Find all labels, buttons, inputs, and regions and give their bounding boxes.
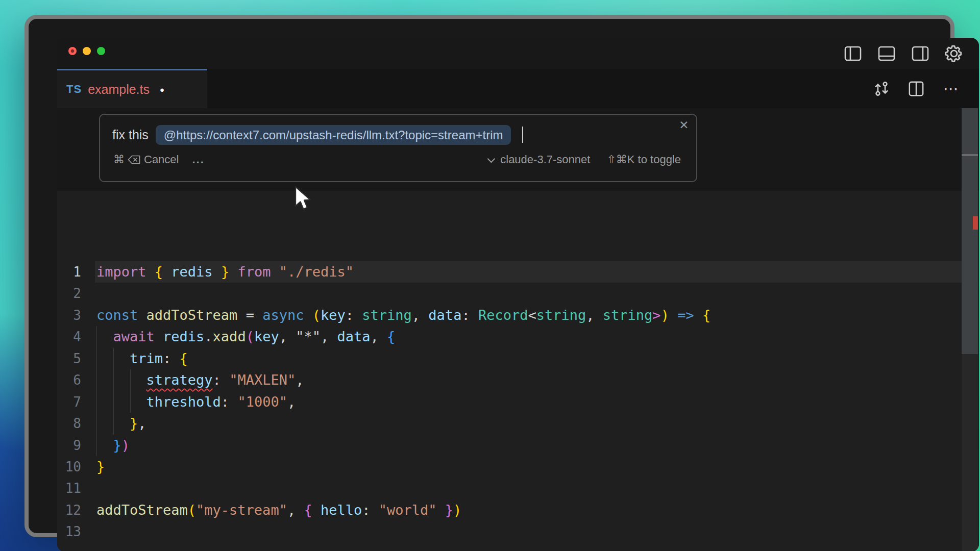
prompt-toolbar-row: ⌘ Cancel ... claude-3.7-sonnet ⇧⌘K [113, 153, 681, 166]
error-overview-marker [973, 216, 978, 230]
zoom-window-button[interactable] [97, 47, 105, 55]
model-name: claude-3.7-sonnet [500, 153, 590, 166]
tab-title: example.ts [88, 82, 150, 97]
cancel-button[interactable]: ⌘ Cancel [113, 153, 179, 166]
toggle-right-panel-icon[interactable] [911, 44, 930, 63]
line-number: 10 [57, 456, 81, 478]
code-line[interactable]: await redis.xadd(key, "*", data, { [96, 326, 944, 347]
desktop: TS example.ts ● ⋯ [0, 0, 980, 551]
more-options-button[interactable]: ... [192, 153, 204, 166]
compare-changes-icon[interactable] [872, 79, 891, 98]
prompt-input-row[interactable]: fix this @https://context7.com/upstash-r… [112, 123, 696, 146]
split-editor-icon[interactable] [906, 79, 926, 98]
line-number: 4 [57, 326, 81, 347]
ellipsis-glyph: ⋯ [943, 80, 959, 97]
code-line[interactable]: const addToStream = async (key: string, … [96, 305, 944, 326]
line-number: 1 [57, 261, 81, 283]
code-line[interactable] [96, 283, 944, 304]
window-content: TS example.ts ● ⋯ [57, 38, 979, 551]
code-line[interactable]: import { redis } from "./redis" [96, 261, 944, 283]
close-window-button[interactable] [68, 47, 77, 55]
tabbar: TS example.ts ● ⋯ [57, 69, 979, 108]
code-line[interactable]: threshold: "1000", [96, 391, 944, 413]
cmd-key-glyph: ⌘ [113, 153, 125, 166]
settings-gear-icon[interactable] [944, 44, 964, 63]
scrollbar-track[interactable] [962, 108, 978, 551]
context-url-chip[interactable]: @https://context7.com/upstash-redis/llm.… [156, 125, 511, 145]
toggle-bottom-panel-icon[interactable] [877, 44, 896, 63]
code-line[interactable]: strategy: "MAXLEN", [96, 369, 944, 391]
backspace-icon [128, 155, 141, 165]
line-number: 8 [57, 413, 81, 434]
line-number: 5 [57, 348, 81, 369]
line-number: 2 [57, 283, 81, 304]
tab-example-ts[interactable]: TS example.ts ● [57, 69, 207, 108]
mouse-pointer-icon [293, 186, 314, 212]
cancel-label: Cancel [144, 153, 179, 166]
line-number: 3 [57, 305, 81, 326]
code-editor: 12345678910111213 import { redis } from … [57, 108, 979, 551]
code-line[interactable]: }) [96, 435, 944, 456]
typescript-file-icon: TS [66, 83, 82, 96]
prompt-text: fix this [112, 128, 149, 142]
line-number: 9 [57, 435, 81, 456]
traffic-lights [68, 47, 105, 55]
minimize-window-button[interactable] [83, 47, 91, 55]
scrollbar-top-marker [962, 154, 978, 156]
text-caret [522, 127, 523, 143]
code-line[interactable]: addToStream("my-stream", { hello: "world… [96, 499, 944, 521]
inline-chat-widget[interactable]: ✕ fix this @https://context7.com/upstash… [99, 114, 697, 182]
code-line[interactable]: trim: { [96, 348, 944, 369]
titlebar [57, 38, 979, 69]
prompt-right-actions: claude-3.7-sonnet ⇧⌘K to toggle [489, 153, 681, 166]
line-number: 7 [57, 391, 81, 413]
code-line[interactable]: }, [96, 413, 944, 434]
code-line[interactable]: } [96, 456, 944, 478]
line-number: 6 [57, 369, 81, 391]
chevron-down-icon [487, 155, 496, 163]
toggle-shortcut-hint: ⇧⌘K to toggle [606, 153, 681, 166]
line-number: 11 [57, 478, 81, 499]
scrollbar-thumb[interactable] [962, 108, 978, 354]
more-actions-icon[interactable]: ⋯ [941, 79, 961, 98]
editor-actions: ⋯ [872, 69, 961, 108]
line-number: 12 [57, 499, 81, 521]
model-selector[interactable]: claude-3.7-sonnet [489, 153, 590, 166]
editor-window: TS example.ts ● ⋯ [24, 15, 954, 537]
line-number: 13 [57, 521, 81, 542]
line-number-gutter: 12345678910111213 [57, 261, 81, 543]
code-content[interactable]: import { redis } from "./redis"const add… [96, 261, 944, 543]
code-line[interactable] [96, 478, 944, 499]
code-line[interactable] [96, 521, 944, 542]
modified-dot-icon: ● [160, 85, 164, 94]
titlebar-actions [843, 38, 964, 69]
toggle-left-panel-icon[interactable] [843, 44, 863, 63]
prompt-left-actions: ⌘ Cancel ... [113, 153, 205, 166]
close-icon[interactable]: ✕ [677, 118, 691, 132]
